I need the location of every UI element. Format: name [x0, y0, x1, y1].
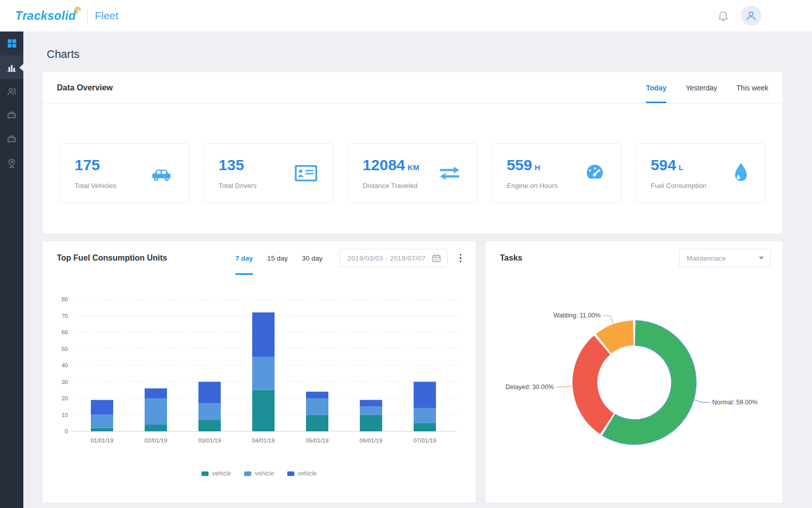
bar-segment [91, 400, 113, 415]
tab-7-day[interactable]: 7 day [235, 241, 253, 275]
bar-segment [252, 390, 275, 431]
stat-value: 12084 [363, 156, 405, 173]
more-options-button[interactable] [458, 252, 464, 265]
legend-label: vehicle [255, 470, 274, 477]
stat-unit: KM [408, 163, 419, 172]
legend-label: vehicle [298, 470, 317, 477]
data-overview-card: Data Overview Today Yesterday This week … [43, 72, 783, 234]
sidebar [0, 31, 23, 508]
legend-item-vehicle[interactable]: vehicle [201, 470, 231, 477]
product-name: Fleet [95, 10, 119, 22]
tasks-donut-chart: Normal: 59.00%Delayed: 30.00%Watiting: 1… [486, 275, 783, 488]
logo-divider [87, 9, 88, 22]
bell-icon [718, 10, 729, 22]
tab-this-week[interactable]: This week [736, 72, 768, 103]
chevron-down-icon [759, 257, 764, 260]
legend-swatch [201, 471, 209, 476]
tab-15-day[interactable]: 15 day [267, 241, 288, 275]
tab-today[interactable]: Today [646, 72, 666, 103]
sidebar-item-drivers[interactable] [0, 79, 23, 103]
select-value: Maintennace [687, 255, 726, 262]
brand-wordmark: Tracksolid [15, 9, 76, 23]
sidebar-item-tracking[interactable] [0, 151, 23, 175]
tab-30-day[interactable]: 30 day [302, 241, 323, 275]
svg-text:80: 80 [61, 296, 68, 302]
data-overview-title: Data Overview [57, 83, 113, 92]
bar-segment [414, 423, 436, 431]
stat-total-vehicles: 175 Total Vehicles [60, 143, 189, 203]
date-range-picker[interactable]: 2019/03/03 - 2019/07/07 [340, 249, 447, 267]
svg-text:20: 20 [61, 395, 68, 401]
page-title: Charts [47, 48, 783, 61]
transfer-arrows-icon [438, 165, 461, 181]
bar-segment [198, 420, 221, 431]
bar-segment [198, 403, 221, 420]
car-icon [6, 110, 17, 121]
bar-segment [252, 312, 275, 357]
legend-item-vehicle[interactable]: vehicle [244, 470, 274, 477]
tasks-card: Tasks Maintennace Normal: 59.00%Delayed:… [486, 241, 783, 503]
svg-text:30: 30 [61, 379, 68, 385]
bar-segment [252, 357, 275, 390]
donut-label-normal: Normal: 59.00% [712, 399, 758, 406]
notifications-button[interactable] [717, 9, 730, 22]
stat-unit: L [679, 163, 683, 172]
fuel-bar-chart: 0102030405060708001/01/1902/01/1903/01/1… [43, 275, 476, 467]
sidebar-item-maintenance[interactable] [0, 127, 23, 151]
bar-segment [306, 398, 328, 415]
bar-segment [414, 382, 436, 408]
fuel-consumption-card: Top Fuel Consumption Units 7 day 15 day … [43, 241, 476, 503]
bar-segment [145, 389, 167, 399]
calendar-icon [432, 253, 441, 263]
sidebar-item-dashboard[interactable] [0, 31, 23, 55]
svg-text:0: 0 [65, 428, 68, 434]
bar-segment [145, 398, 167, 425]
donut-slice-delayed [572, 336, 614, 434]
svg-text:50: 50 [61, 346, 68, 352]
stat-value: 135 [219, 156, 244, 173]
bar-segment [91, 428, 113, 432]
stat-unit: H [534, 163, 540, 172]
id-card-icon [294, 165, 318, 182]
car-icon [6, 134, 17, 145]
app-logo[interactable]: Tracksolid Fleet [15, 9, 118, 23]
stat-label: Total Vehicles [75, 182, 175, 189]
stat-distance-traveled: 12084KM Distance Traveled [348, 143, 478, 203]
user-avatar[interactable] [741, 6, 761, 26]
sidebar-item-vehicles[interactable] [0, 103, 23, 127]
legend-swatch [287, 471, 294, 476]
bar-segment [360, 415, 382, 432]
stat-label: Distance Traveled [363, 182, 463, 189]
stat-label: Total Drivers [219, 182, 319, 189]
chart-legend: vehiclevehiclevehicle [43, 470, 476, 477]
svg-text:03/01/19: 03/01/19 [198, 437, 221, 443]
bar-segment [360, 406, 382, 415]
svg-text:05/01/19: 05/01/19 [306, 437, 329, 443]
date-range-value: 2019/03/03 - 2019/07/07 [347, 255, 425, 262]
stat-fuel-consumption: 594L Fuel Consumption [636, 143, 765, 203]
legend-swatch [244, 471, 251, 476]
svg-text:07/01/19: 07/01/19 [414, 437, 436, 443]
top-bar: Tracksolid Fleet [0, 0, 812, 31]
stat-value: 175 [75, 156, 100, 173]
car-icon [149, 164, 174, 182]
sidebar-item-charts[interactable] [0, 55, 23, 79]
legend-label: vehicle [212, 470, 231, 477]
stat-value: 559 [506, 156, 532, 173]
tab-yesterday[interactable]: Yesterday [686, 72, 717, 103]
tasks-card-title: Tasks [500, 253, 522, 263]
svg-text:60: 60 [61, 329, 68, 335]
overview-period-tabs: Today Yesterday This week [646, 72, 768, 103]
svg-text:06/01/19: 06/01/19 [360, 437, 383, 443]
swirl-icon [72, 5, 83, 16]
maintenance-select[interactable]: Maintennace [679, 249, 770, 267]
legend-item-vehicle[interactable]: vehicle [287, 470, 317, 477]
donut-leader-line [556, 387, 573, 387]
svg-text:40: 40 [61, 362, 68, 368]
brand-name: Tracksolid [15, 9, 76, 22]
bar-segment [145, 425, 167, 431]
stat-engine-on-hours: 559H Engine on Hours [492, 143, 621, 203]
donut-label-watiting: Watiting: 11.00% [553, 312, 600, 319]
donut-leader-line [603, 315, 614, 325]
users-icon [6, 86, 17, 97]
